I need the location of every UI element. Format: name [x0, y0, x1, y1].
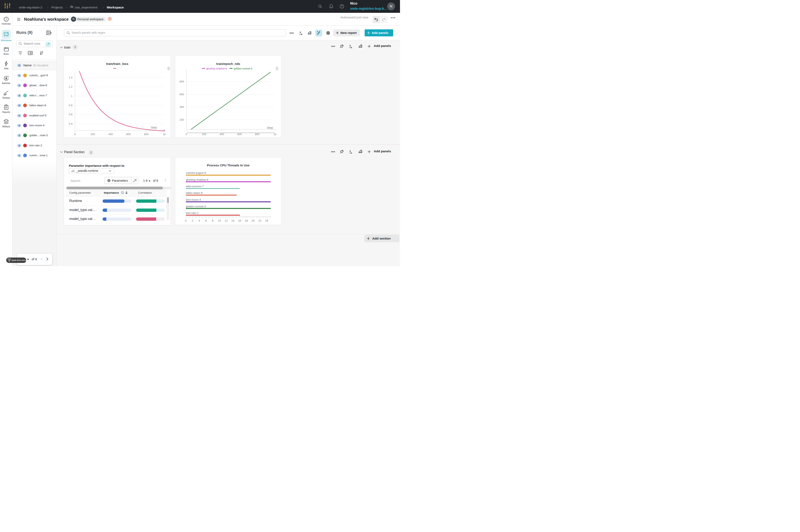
svg-text:golden-sunset-3: golden-sunset-3	[234, 67, 252, 70]
svg-text:x: x	[299, 31, 301, 34]
svg-text:x: x	[349, 44, 351, 47]
svg-text:x: x	[349, 149, 351, 153]
svg-text:glowing-shadow-8: glowing-shadow-8	[206, 67, 227, 70]
